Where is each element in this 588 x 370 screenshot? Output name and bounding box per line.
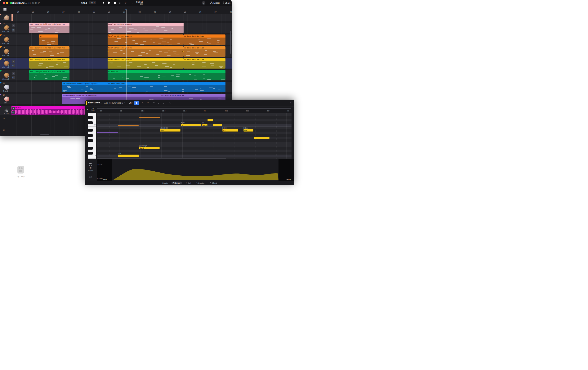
- bpm-display[interactable]: 120.0: [81, 2, 87, 4]
- solo-button[interactable]: S: [12, 107, 15, 110]
- roll-scrollbar[interactable]: [97, 158, 226, 159]
- track-header[interactable]: 22Drex L: [0, 82, 11, 92]
- solo-button[interactable]: S: [12, 72, 15, 75]
- loop-icon[interactable]: ↻: [125, 1, 126, 4]
- playhead[interactable]: [126, 10, 127, 115]
- solo-button[interactable]: S: [12, 24, 15, 27]
- piano-key[interactable]: [88, 134, 96, 137]
- close-window-button[interactable]: [3, 2, 5, 4]
- scissors-tool-icon[interactable]: ✂: [147, 101, 149, 104]
- grid-mode-dropdown[interactable]: Cell/Bar: [116, 102, 123, 104]
- piano-key[interactable]: [88, 137, 96, 139]
- param-knob[interactable]: [89, 163, 92, 166]
- clip[interactable]: da da da da da da da da: [184, 34, 225, 45]
- clip[interactable]: oh: [39, 34, 58, 45]
- language-dropdown[interactable]: EN: [129, 102, 132, 104]
- expression-tab-breathy[interactable]: ✎ Breathy: [195, 182, 206, 185]
- piano-key[interactable]: [88, 129, 96, 131]
- goto-end-icon[interactable]: →: [131, 1, 133, 4]
- pitch-draw-tool-icon[interactable]: [174, 101, 177, 104]
- track-header[interactable]: DE...R2: [0, 106, 11, 115]
- fx-button[interactable]: FX: [12, 64, 15, 67]
- share-button[interactable]: Share: [225, 2, 231, 4]
- editor-play-button[interactable]: [134, 101, 139, 105]
- clip[interactable]: da da da da: [108, 70, 225, 80]
- fx-button[interactable]: FX: [12, 29, 15, 32]
- piano-key-black[interactable]: [88, 129, 93, 131]
- piano-key[interactable]: [88, 139, 96, 142]
- playhead-marker-icon[interactable]: ▽: [125, 8, 127, 11]
- piano-key-black[interactable]: [88, 147, 93, 149]
- track-header[interactable]: 186Cho...ack: [0, 34, 11, 45]
- export-button[interactable]: Export: [213, 2, 220, 4]
- loudness-curve[interactable]: [112, 159, 279, 181]
- track-header[interactable]: 217Cho...ack: [0, 70, 11, 80]
- auto-right-button[interactable]: ϟAuto: [286, 178, 291, 180]
- clip[interactable]: da da da da da da da da: [184, 46, 225, 57]
- piano-key[interactable]: [88, 147, 96, 149]
- theme-toggle-icon[interactable]: ☾: [202, 1, 205, 5]
- track-header[interactable]: 176Cho...ack: [0, 22, 11, 33]
- piano-key-black[interactable]: [88, 139, 93, 142]
- expression-tab-breath[interactable]: Breath: [161, 182, 169, 185]
- expression-tab-soft[interactable]: ✎ Soft: [184, 182, 193, 185]
- clip[interactable]: i've been really#1 really#2 trying#1 try…: [62, 82, 107, 92]
- voice-mode-dropdown[interactable]: Auto-Medium: [104, 102, 116, 104]
- piano-key[interactable]: [88, 127, 96, 129]
- speaker-icon[interactable]: [87, 109, 89, 110]
- piano-key[interactable]: [88, 114, 96, 116]
- piano-key[interactable]: [88, 152, 96, 154]
- track-header[interactable]: 205Cho...ack: [0, 58, 11, 69]
- piano-key-black[interactable]: [88, 121, 93, 124]
- piano-key-black[interactable]: [88, 152, 93, 154]
- piano-key[interactable]: [88, 142, 96, 144]
- clip[interactable]: woo i know you feel it woo yeah i know y…: [29, 22, 70, 33]
- clip[interactable]: woo i know you feel it woo yeah i know y…: [29, 58, 70, 69]
- piano-key[interactable]: [88, 150, 96, 152]
- record-button[interactable]: [114, 2, 116, 4]
- auto-left-button[interactable]: ϟAuto: [103, 178, 107, 180]
- piano-key[interactable]: C3: [88, 154, 96, 157]
- clip[interactable]: woo i know you feel it woo yeah i know y…: [29, 46, 70, 57]
- piano-key[interactable]: C4: [88, 124, 96, 126]
- clip[interactable]: I don't want to leave you now: [108, 58, 184, 69]
- clip-handle-left[interactable]: [108, 51, 109, 52]
- vertical-scrollbar[interactable]: [230, 31, 231, 54]
- track-header[interactable]: 196Cho...ack: [0, 46, 11, 57]
- pencil-tool-icon[interactable]: ✎: [142, 101, 144, 104]
- pitch-curve-tool-icon[interactable]: [163, 101, 166, 104]
- piano-key[interactable]: [88, 116, 96, 119]
- clip-handle-right[interactable]: [182, 51, 184, 52]
- pitch-line-tool-icon[interactable]: [153, 101, 155, 104]
- clip[interactable]: woo i know you feel it woo yeah i know y…: [29, 70, 70, 80]
- solo-button[interactable]: S: [12, 60, 15, 63]
- clip[interactable]: da da da da da da da da: [184, 58, 225, 69]
- track-header[interactable]: 23Zalo: [0, 94, 11, 104]
- help-icon[interactable]: ?: [89, 176, 92, 178]
- horizontal-scrollbar[interactable]: [40, 134, 49, 135]
- clip[interactable]: I don't want to leave you now: [108, 46, 184, 57]
- piano-key-black[interactable]: [88, 134, 93, 137]
- piano-key[interactable]: [88, 119, 96, 121]
- time-signature[interactable]: 4 / 4: [89, 1, 96, 4]
- piano-keyboard[interactable]: C4C3: [88, 113, 96, 159]
- clip[interactable]: [11, 14, 13, 21]
- piano-key-black[interactable]: [88, 116, 93, 119]
- clip[interactable]: I don't want to leave you now: [108, 22, 184, 33]
- track-header[interactable]: Em...se: [0, 14, 11, 21]
- minimize-window-button[interactable]: [6, 2, 8, 4]
- vibrato-tool-icon[interactable]: [169, 101, 171, 104]
- expression-tab-chest[interactable]: ✎ Chest: [208, 182, 218, 185]
- piano-key[interactable]: [88, 131, 96, 134]
- clip[interactable]: I don't want to leave you now: [108, 34, 184, 45]
- piano-key[interactable]: [88, 144, 96, 147]
- fx-button[interactable]: FX: [12, 76, 15, 79]
- timeline-ruler[interactable]: 242526272829303132333435363738: [0, 6, 231, 14]
- editor-minimap[interactable]: [97, 108, 291, 109]
- play-button[interactable]: [108, 1, 110, 4]
- fx-button[interactable]: FX: [12, 111, 15, 114]
- close-editor-icon[interactable]: ×: [290, 101, 291, 104]
- pitch-step-tool-icon[interactable]: [158, 101, 161, 104]
- menu-icon[interactable]: [3, 8, 7, 11]
- piano-key[interactable]: [88, 157, 96, 159]
